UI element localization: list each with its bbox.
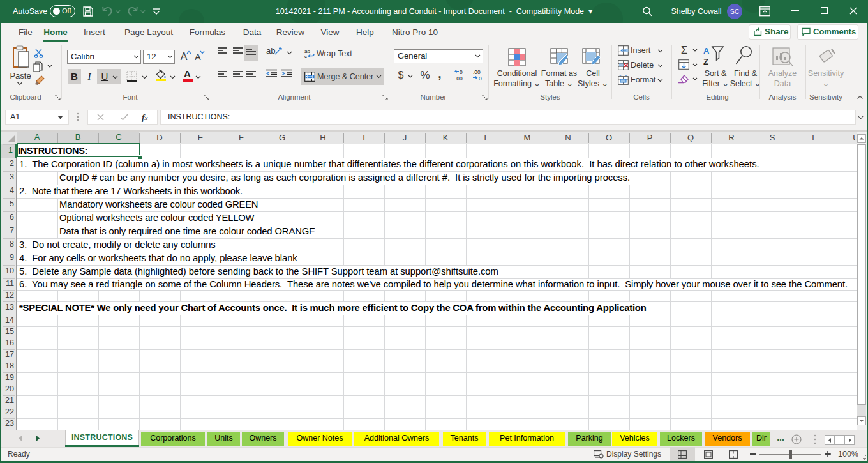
svg-text:c: c [304, 54, 307, 59]
svg-text:Z: Z [703, 57, 708, 66]
svg-text:.00: .00 [473, 69, 481, 75]
svg-text:.00: .00 [455, 75, 463, 82]
svg-text:0: 0 [460, 69, 463, 75]
svg-text:A: A [703, 46, 710, 56]
svg-text:0: 0 [479, 75, 482, 82]
